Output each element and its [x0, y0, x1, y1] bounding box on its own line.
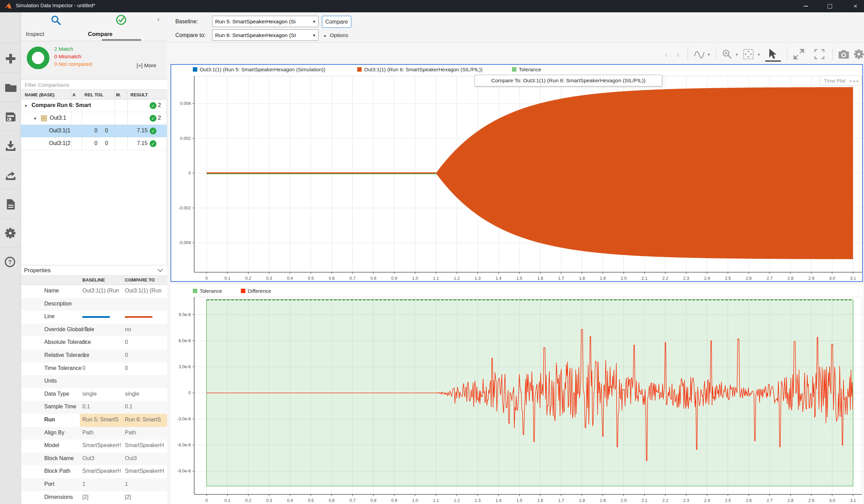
legend-swatch: [357, 67, 362, 72]
svg-text:1.2: 1.2: [454, 276, 460, 281]
simulation-data-inspector-window: Simulation Data Inspector - untitled* × …: [0, 0, 864, 504]
svg-text:2.9: 2.9: [808, 498, 814, 503]
svg-text:0.1: 0.1: [224, 498, 230, 503]
svg-text:2.8: 2.8: [787, 276, 793, 281]
svg-text:1.4: 1.4: [495, 276, 501, 281]
svg-text:2.5: 2.5: [725, 498, 731, 503]
svg-text:1.4: 1.4: [495, 498, 501, 503]
svg-text:1.6: 1.6: [537, 498, 543, 503]
svg-text:2.7: 2.7: [767, 276, 772, 281]
svg-text:2.6: 2.6: [746, 498, 751, 503]
legend-label: Tolerance: [519, 67, 541, 72]
svg-text:0.8: 0.8: [370, 276, 376, 281]
svg-text:0.004: 0.004: [180, 101, 191, 106]
svg-text:2.4: 2.4: [704, 498, 710, 503]
legend-label: Tolerance: [200, 288, 222, 294]
svg-text:0: 0: [206, 276, 208, 281]
svg-text:1.1: 1.1: [433, 498, 439, 503]
legend-swatch: [193, 289, 197, 293]
svg-text:2.0: 2.0: [621, 276, 627, 281]
svg-text:0.4: 0.4: [287, 498, 293, 503]
svg-text:1.7: 1.7: [558, 498, 564, 503]
svg-text:3.1: 3.1: [850, 498, 856, 503]
svg-text:1.9: 1.9: [600, 498, 606, 503]
legend-swatch: [512, 67, 516, 72]
svg-text:2.0: 2.0: [621, 498, 627, 503]
svg-text:1.1: 1.1: [433, 276, 439, 281]
svg-text:2.2: 2.2: [662, 498, 668, 503]
svg-text:-0.004: -0.004: [179, 240, 191, 245]
svg-text:2.3: 2.3: [683, 276, 689, 281]
svg-text:1.3: 1.3: [475, 498, 480, 503]
time-plot-tab[interactable]: Time Plot: [819, 75, 862, 86]
svg-text:0.2: 0.2: [245, 498, 251, 503]
svg-text:2.6: 2.6: [746, 276, 751, 281]
svg-text:0.6: 0.6: [329, 276, 335, 281]
charts-layer: 00.10.20.30.40.50.60.70.80.91.01.11.21.3…: [0, 0, 864, 504]
signal-tooltip: Compare To: Out3:1(1) (Run 6: SmartSpeak…: [475, 75, 662, 86]
svg-text:3.0: 3.0: [829, 276, 835, 281]
svg-text:0.7: 0.7: [350, 276, 355, 281]
svg-text:2.2: 2.2: [662, 276, 668, 281]
svg-text:2.4: 2.4: [704, 276, 710, 281]
legend-item[interactable]: Out3:1(1) (Run 5: SmartSpeakerHexagon (S…: [193, 67, 325, 72]
svg-text:1.8: 1.8: [579, 276, 585, 281]
svg-text:2.9: 2.9: [808, 276, 814, 281]
svg-text:3.0e-6: 3.0e-6: [179, 364, 191, 369]
svg-text:1.6: 1.6: [537, 276, 543, 281]
svg-text:-0.002: -0.002: [179, 206, 191, 211]
svg-text:0: 0: [188, 391, 191, 395]
svg-text:0.3: 0.3: [266, 276, 272, 281]
svg-text:0.9: 0.9: [391, 276, 397, 281]
svg-text:1.0: 1.0: [412, 276, 418, 281]
legend-label: Difference: [248, 288, 271, 294]
svg-text:1.7: 1.7: [558, 276, 564, 281]
svg-text:0.2: 0.2: [245, 276, 251, 281]
legend-item[interactable]: Difference: [241, 288, 271, 294]
legend-label: Out3:1(1) (Run 6: SmartSpeakerHexagon (S…: [364, 67, 482, 72]
svg-text:0: 0: [206, 498, 208, 503]
svg-text:1.5: 1.5: [516, 276, 522, 281]
svg-text:0.1: 0.1: [224, 276, 230, 281]
svg-text:0.5: 0.5: [308, 498, 314, 503]
svg-text:0.5: 0.5: [308, 276, 314, 281]
svg-text:2.1: 2.1: [642, 276, 647, 281]
legend-swatch: [241, 289, 245, 293]
svg-text:3.0: 3.0: [829, 498, 835, 503]
legend-swatch: [193, 67, 197, 72]
svg-text:1.5: 1.5: [516, 498, 522, 503]
legend-item[interactable]: Out3:1(1) (Run 6: SmartSpeakerHexagon (S…: [357, 67, 482, 72]
svg-text:-6.0e-6: -6.0e-6: [177, 443, 191, 447]
svg-text:-3.0e-6: -3.0e-6: [177, 417, 191, 421]
legend-item[interactable]: Tolerance: [512, 67, 541, 72]
svg-text:-9.0e-6: -9.0e-6: [177, 469, 191, 473]
svg-text:2.7: 2.7: [767, 498, 772, 503]
svg-text:6.0e-6: 6.0e-6: [179, 338, 191, 343]
legend-item[interactable]: Tolerance: [193, 288, 222, 294]
svg-text:0: 0: [188, 171, 191, 176]
svg-text:1.9: 1.9: [600, 276, 606, 281]
svg-text:3.1: 3.1: [850, 276, 856, 281]
legend-label: Out3:1(1) (Run 5: SmartSpeakerHexagon (S…: [200, 67, 325, 72]
svg-text:2.1: 2.1: [642, 498, 647, 503]
svg-text:2.5: 2.5: [725, 276, 731, 281]
svg-text:1.2: 1.2: [454, 498, 460, 503]
svg-text:0.7: 0.7: [350, 498, 355, 503]
signal-tooltip-text: Compare To: Out3:1(1) (Run 6: SmartSpeak…: [491, 77, 645, 84]
svg-text:0.8: 0.8: [370, 498, 376, 503]
svg-text:0.6: 0.6: [329, 498, 335, 503]
ellipsis-menu-icon[interactable]: [848, 77, 859, 84]
svg-text:1.8: 1.8: [579, 498, 585, 503]
svg-text:0.9: 0.9: [391, 498, 397, 503]
svg-text:0.002: 0.002: [180, 136, 191, 141]
svg-text:0.4: 0.4: [287, 276, 293, 281]
svg-text:2.8: 2.8: [787, 498, 793, 503]
svg-text:0.3: 0.3: [266, 498, 272, 503]
time-plot-label: Time Plot: [820, 78, 845, 84]
svg-text:1.3: 1.3: [475, 276, 480, 281]
svg-text:2.3: 2.3: [683, 498, 689, 503]
svg-text:1.0: 1.0: [412, 498, 418, 503]
svg-text:9.0e-6: 9.0e-6: [179, 312, 191, 317]
